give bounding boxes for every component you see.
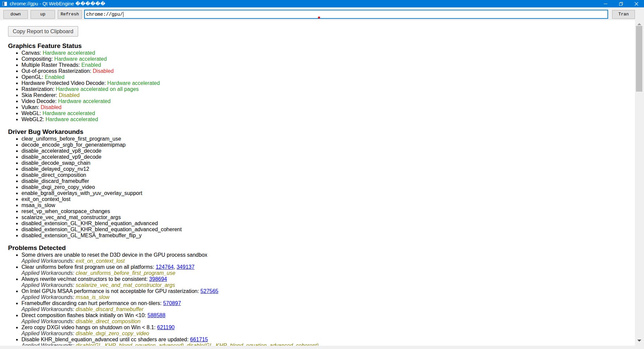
feature-status: Enabled <box>45 74 64 80</box>
problem-text: Zero copy DXGI video hangs on shutdown o… <box>21 325 156 330</box>
applied-workarounds-line: Applied Workarounds: disable(GL_KHR_blen… <box>21 343 635 346</box>
minimize-button[interactable] <box>598 0 613 7</box>
feature-item: WebGL: Hardware accelerated <box>21 110 635 116</box>
problem-description: Zero copy DXGI video hangs on shutdown o… <box>21 325 635 331</box>
scroll-down-icon[interactable] <box>637 340 641 342</box>
feature-label: Rasterization: <box>21 86 56 92</box>
title-bar: chrome://gpu - Qt WebEngine ������ <box>0 0 644 7</box>
feature-status: Disabled <box>59 92 79 98</box>
address-text: chrome://gpu/ <box>86 12 123 17</box>
problem-item: Zero copy DXGI video hangs on shutdown o… <box>21 325 635 337</box>
translate-button[interactable]: Tran <box>612 10 635 19</box>
section-title-problems-detected: Problems Detected <box>8 244 635 251</box>
bug-link[interactable]: 661715 <box>190 337 208 342</box>
vertical-scrollbar[interactable] <box>635 20 643 346</box>
workaround-item: exit_on_context_lost <box>21 196 635 202</box>
close-button[interactable] <box>629 0 644 7</box>
feature-label: Multiple Raster Threads: <box>21 62 81 68</box>
applied-workarounds-label: Applied Workarounds: <box>21 306 76 312</box>
feature-label: Hardware Protected Video Decode: <box>21 80 107 86</box>
problem-description: Disable KHR_blend_equation_advanced unti… <box>21 337 635 343</box>
problem-item: Some drivers are unable to reset the D3D… <box>21 252 635 264</box>
workaround-item: disabled_extension_GL_KHR_blend_equation… <box>21 227 635 233</box>
nav-up-button[interactable]: up <box>31 10 55 19</box>
applied-workarounds-line: Applied Workarounds: msaa_is_slow <box>21 294 635 300</box>
address-bar[interactable]: chrome://gpu/ <box>84 10 608 19</box>
problem-item: On Intel GPUs MSAA performance is not ac… <box>21 288 635 300</box>
workaround-item: enable_bgra8_overlays_with_yuv_overlay_s… <box>21 190 635 196</box>
bug-link[interactable]: 527565 <box>201 288 218 294</box>
applied-workarounds-label: Applied Workarounds: <box>21 331 76 336</box>
problem-item: Disable KHR_blend_equation_advanced unti… <box>21 337 635 346</box>
workaround-item: clear_uniforms_before_first_program_use <box>21 136 635 142</box>
applied-workarounds-line: Applied Workarounds: disable_direct_comp… <box>21 318 635 325</box>
workaround-item: disable_dxgi_zero_copy_video <box>21 184 635 190</box>
feature-status: Disabled <box>93 68 114 74</box>
restore-icon <box>619 2 623 6</box>
workaround-item: disabled_extension_GL_MESA_framebuffer_f… <box>21 233 635 239</box>
feature-label: OpenGL: <box>21 74 45 80</box>
applied-workarounds-values: disable(GL_KHR_blend_equation_advanced),… <box>76 343 319 346</box>
applied-workarounds-values: clear_uniforms_before_first_program_use <box>76 270 175 276</box>
feature-item: Hardware Protected Video Decode: Hardwar… <box>21 80 635 86</box>
section-title-driver-bug-workarounds: Driver Bug Workarounds <box>8 128 635 135</box>
bug-link[interactable]: 398694 <box>149 276 167 282</box>
problem-text: Some drivers are unable to reset the D3D… <box>21 252 207 258</box>
problem-item: Direct composition flashes black initial… <box>21 312 635 325</box>
feature-item: OpenGL: Enabled <box>21 74 635 80</box>
feature-status: Hardware accelerated on all pages <box>56 86 139 92</box>
problem-text: Always rewrite vec/mat constructors to b… <box>21 276 148 282</box>
section-title-graphics-feature-status: Graphics Feature Status <box>8 42 635 49</box>
workaround-item: reset_vp_when_colorspace_changes <box>21 208 635 214</box>
applied-workarounds-values: disable_direct_composition <box>76 318 141 324</box>
problem-text: Framebuffer discarding can hurt performa… <box>21 300 162 306</box>
problem-item: Always rewrite vec/mat constructors to b… <box>21 276 635 288</box>
problem-item: Clear uniforms before first program use … <box>21 264 635 276</box>
workaround-item: disable_accelerated_vp9_decode <box>21 154 635 160</box>
applied-workarounds-line: Applied Workarounds: scalarize_vec_and_m… <box>21 282 635 288</box>
workaround-item: decode_encode_srgb_for_generatemipmap <box>21 142 635 148</box>
copy-report-button[interactable]: Copy Report to Clipboard <box>8 26 78 37</box>
scroll-up-icon[interactable] <box>637 23 641 25</box>
browser-toolbar: down up Refresh chrome://gpu/ Tran <box>0 7 644 20</box>
problem-description: Always rewrite vec/mat constructors to b… <box>21 276 635 282</box>
applied-workarounds-label: Applied Workarounds: <box>21 270 76 276</box>
refresh-button[interactable]: Refresh <box>58 10 82 19</box>
workaround-item: disable_delayed_copy_nv12 <box>21 166 635 172</box>
text-caret <box>123 12 123 17</box>
app-window: chrome://gpu - Qt WebEngine ������ down … <box>0 0 644 349</box>
red-mark: ✱ <box>318 16 320 19</box>
feature-item: Multiple Raster Threads: Enabled <box>21 62 635 68</box>
problem-list: Some drivers are unable to reset the D3D… <box>8 252 635 346</box>
bug-link[interactable]: 621190 <box>157 325 174 330</box>
applied-workarounds-label: Applied Workarounds: <box>21 318 76 324</box>
applied-workarounds-values: disable_discard_framebuffer <box>76 306 144 312</box>
applied-workarounds-values: scalarize_vec_and_mat_constructor_args <box>76 282 175 288</box>
minimize-icon <box>604 4 607 4</box>
feature-item: Skia Renderer: Disabled <box>21 92 635 98</box>
bug-link[interactable]: 570897 <box>163 300 181 306</box>
feature-status: Hardware accelerated <box>107 80 160 86</box>
applied-workarounds-label: Applied Workarounds: <box>21 294 76 300</box>
applied-workarounds-values: exit_on_context_lost <box>76 258 125 264</box>
bug-link[interactable]: 588588 <box>148 312 165 318</box>
feature-label: Vulkan: <box>21 104 41 110</box>
feature-label: WebGL: <box>21 110 43 116</box>
feature-item: Compositing: Hardware accelerated <box>21 56 635 62</box>
workaround-item: disable_accelerated_vp8_decode <box>21 148 635 154</box>
bug-link[interactable]: 124764 <box>156 264 173 270</box>
feature-list: Canvas: Hardware acceleratedCompositing:… <box>8 50 635 122</box>
applied-workarounds-line: Applied Workarounds: disable_dxgi_zero_c… <box>21 331 635 337</box>
scrollbar-thumb[interactable] <box>636 26 642 92</box>
page-content: Copy Report to Clipboard Graphics Featur… <box>0 20 635 346</box>
problem-text: Disable KHR_blend_equation_advanced unti… <box>21 337 189 342</box>
applied-workarounds-values: msaa_is_slow <box>76 294 109 300</box>
workaround-item: disable_discard_framebuffer <box>21 178 635 184</box>
feature-item: Out-of-process Rasterization: Disabled <box>21 68 635 74</box>
problem-text: On Intel GPUs MSAA performance is not ac… <box>21 288 199 294</box>
window-icon <box>2 2 7 6</box>
bug-link[interactable]: 349137 <box>176 264 194 270</box>
applied-workarounds-values: disable_dxgi_zero_copy_video <box>76 331 149 336</box>
restore-button[interactable] <box>613 0 629 7</box>
nav-down-button[interactable]: down <box>3 10 28 19</box>
